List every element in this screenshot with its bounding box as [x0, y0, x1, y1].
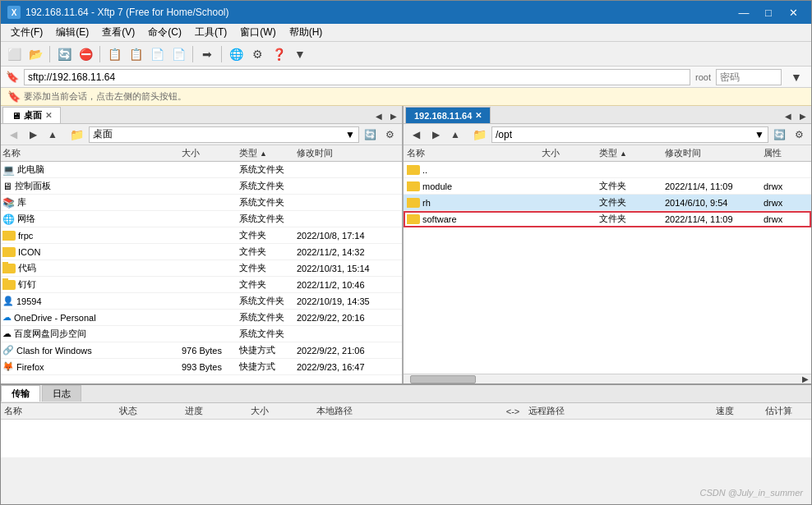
- col-header-name-left[interactable]: 名称: [1, 147, 180, 159]
- menu-file[interactable]: 文件(F): [4, 24, 49, 41]
- table-row[interactable]: 代码 文件夹 2022/10/31, 15:14: [1, 260, 402, 277]
- left-panel: 🖥 桌面 ✕ ◀ ▶ ◀ ▶ ▲ 📁 桌面 ▼: [1, 106, 404, 383]
- table-row[interactable]: 👤 19594 系统文件夹 2022/10/19, 14:35: [1, 293, 402, 310]
- right-panel: 192.168.11.64 ✕ ◀ ▶ ◀ ▶ ▲ 📁 /opt ▼: [404, 106, 811, 383]
- toolbar-transfer[interactable]: ➡: [197, 44, 217, 64]
- col-header-size-left[interactable]: 大小: [180, 147, 238, 159]
- left-panel-tab-desktop[interactable]: 🖥 桌面 ✕: [2, 107, 61, 123]
- right-tab-nav-right[interactable]: ▶: [796, 108, 810, 123]
- toolbar-btn-5[interactable]: 📄: [147, 44, 167, 64]
- left-path-dropdown[interactable]: 桌面 ▼: [89, 126, 359, 143]
- filter-right[interactable]: ⚙: [790, 126, 808, 143]
- transfer-col-progress: 进度: [182, 405, 247, 417]
- table-row[interactable]: 🖥 控制面板 系统文件夹: [1, 178, 402, 195]
- table-row[interactable]: 🌐 网络 系统文件夹: [1, 211, 402, 227]
- table-row[interactable]: 💻 此电脑 系统文件夹: [1, 162, 402, 178]
- right-panel-tab-nav: ◀ ▶: [782, 108, 810, 123]
- right-file-list[interactable]: .. module 文件夹 2022/11/4, 11:09: [404, 162, 811, 374]
- menu-help[interactable]: 帮助(H): [283, 24, 330, 41]
- menu-command[interactable]: 命令(C): [141, 24, 188, 41]
- minimize-button[interactable]: —: [732, 3, 755, 21]
- left-panel-tab-nav: ◀ ▶: [372, 108, 400, 123]
- col-header-type-left[interactable]: 类型 ▲: [238, 147, 295, 159]
- notification-bar: 🔖 要添加当前会话，点击左侧的箭头按钮。: [1, 88, 811, 106]
- table-row[interactable]: software 文件夹 2022/11/4, 11:09 drwx: [404, 211, 811, 227]
- table-row[interactable]: 钉钉 文件夹 2022/11/2, 10:46: [1, 277, 402, 293]
- back-button[interactable]: ◀: [4, 126, 22, 143]
- table-row[interactable]: ICON 文件夹 2022/11/2, 14:32: [1, 244, 402, 260]
- col-header-name-right[interactable]: 名称: [404, 147, 540, 159]
- table-row[interactable]: frpc 文件夹 2022/10/8, 17:14: [1, 227, 402, 244]
- menu-view[interactable]: 查看(V): [95, 24, 141, 41]
- right-tab-close[interactable]: ✕: [475, 111, 482, 120]
- file-name: 📚 库: [1, 196, 180, 209]
- notification-text: 要添加当前会话，点击左侧的箭头按钮。: [24, 90, 187, 103]
- folder-icon: [407, 198, 420, 208]
- left-tab-close[interactable]: ✕: [45, 111, 52, 120]
- maximize-button[interactable]: □: [757, 3, 780, 21]
- toolbar-btn-4[interactable]: 📋: [126, 44, 145, 64]
- file-name: ..: [404, 165, 540, 175]
- refresh-left[interactable]: 🔄: [361, 126, 379, 143]
- toolbar-settings[interactable]: ⚙: [247, 44, 267, 64]
- toolbar-sep-1: [49, 46, 50, 62]
- horiz-scroll-thumb[interactable]: [410, 375, 476, 383]
- right-up-button[interactable]: ▲: [446, 126, 464, 143]
- tab-transfer[interactable]: 传输: [1, 385, 40, 402]
- left-path-label: 桌面: [93, 127, 113, 141]
- right-panel-tab-server[interactable]: 192.168.11.64 ✕: [405, 107, 491, 123]
- toolbar: ⬜ 📂 🔄 ⛔ 📋 📋 📄 📄 ➡ 🌐 ⚙ ❓ ▼: [1, 42, 811, 67]
- address-bar: 🔖 root ▼: [1, 67, 811, 88]
- col-header-attr-right[interactable]: 属性: [762, 147, 811, 159]
- toolbar-help[interactable]: ❓: [269, 44, 288, 64]
- table-row[interactable]: ☁ OneDrive - Personal 系统文件夹 2022/9/22, 2…: [1, 310, 402, 326]
- toolbar-btn-6[interactable]: 📄: [168, 44, 188, 64]
- content-area: 🖥 桌面 ✕ ◀ ▶ ◀ ▶ ▲ 📁 桌面 ▼: [1, 106, 811, 383]
- menu-edit[interactable]: 编辑(E): [49, 24, 95, 41]
- col-header-date-left[interactable]: 修改时间: [295, 147, 402, 159]
- tab-log[interactable]: 日志: [42, 385, 81, 402]
- col-header-type-right[interactable]: 类型 ▲: [597, 147, 663, 159]
- menu-tools[interactable]: 工具(T): [188, 24, 233, 41]
- scroll-right-btn[interactable]: ▶: [800, 374, 811, 384]
- refresh-right[interactable]: 🔄: [770, 126, 788, 143]
- connect-button[interactable]: ▼: [787, 67, 806, 87]
- forward-button[interactable]: ▶: [24, 126, 42, 143]
- toolbar-new-session[interactable]: ⬜: [4, 44, 24, 64]
- folder-icon: [407, 214, 420, 224]
- table-row[interactable]: module 文件夹 2022/11/4, 11:09 drwx: [404, 178, 811, 195]
- toolbar-refresh[interactable]: 🔄: [54, 44, 74, 64]
- toolbar-open[interactable]: 📂: [25, 44, 45, 64]
- sftp-address-input[interactable]: [24, 69, 690, 85]
- table-row[interactable]: 📚 库 系统文件夹: [1, 195, 402, 211]
- up-button[interactable]: ▲: [44, 126, 62, 143]
- file-name: 🖥 控制面板: [1, 180, 180, 192]
- table-row[interactable]: 🔗 Clash for Windows 976 Bytes 快捷方式 2022/…: [1, 342, 402, 359]
- right-horiz-scroll[interactable]: ▶: [404, 374, 811, 383]
- toolbar-btn-3[interactable]: 📋: [104, 44, 124, 64]
- toolbar-stop[interactable]: ⛔: [76, 44, 95, 64]
- table-row[interactable]: ..: [404, 162, 811, 178]
- table-row[interactable]: rh 文件夹 2014/6/10, 9:54 drwx: [404, 195, 811, 211]
- right-tab-nav-left[interactable]: ◀: [782, 108, 795, 123]
- table-row[interactable]: ☁ 百度网盘同步空间 系统文件夹: [1, 326, 402, 342]
- toolbar-sep-4: [221, 46, 222, 62]
- tab-nav-left[interactable]: ◀: [372, 108, 385, 123]
- right-tab-label: 192.168.11.64: [414, 111, 472, 121]
- tab-nav-right[interactable]: ▶: [387, 108, 400, 123]
- password-input[interactable]: [716, 69, 782, 85]
- right-path-dropdown[interactable]: /opt ▼: [491, 126, 768, 143]
- right-back-button[interactable]: ◀: [407, 126, 425, 143]
- toolbar-more[interactable]: ▼: [290, 44, 310, 64]
- right-forward-button[interactable]: ▶: [427, 126, 445, 143]
- tab-folder-icon: 🖥: [12, 111, 21, 121]
- close-button[interactable]: ✕: [782, 3, 805, 21]
- file-name: 💻 此电脑: [1, 163, 180, 176]
- toolbar-globe[interactable]: 🌐: [226, 44, 246, 64]
- left-file-list[interactable]: 💻 此电脑 系统文件夹 🖥 控制面板 系统文件夹: [1, 162, 402, 383]
- menu-window[interactable]: 窗口(W): [233, 24, 282, 41]
- table-row[interactable]: 🦊 Firefox 993 Bytes 快捷方式 2022/9/23, 16:4…: [1, 359, 402, 375]
- filter-left[interactable]: ⚙: [381, 126, 399, 143]
- col-header-date-right[interactable]: 修改时间: [663, 147, 762, 159]
- col-header-size-right[interactable]: 大小: [540, 147, 597, 159]
